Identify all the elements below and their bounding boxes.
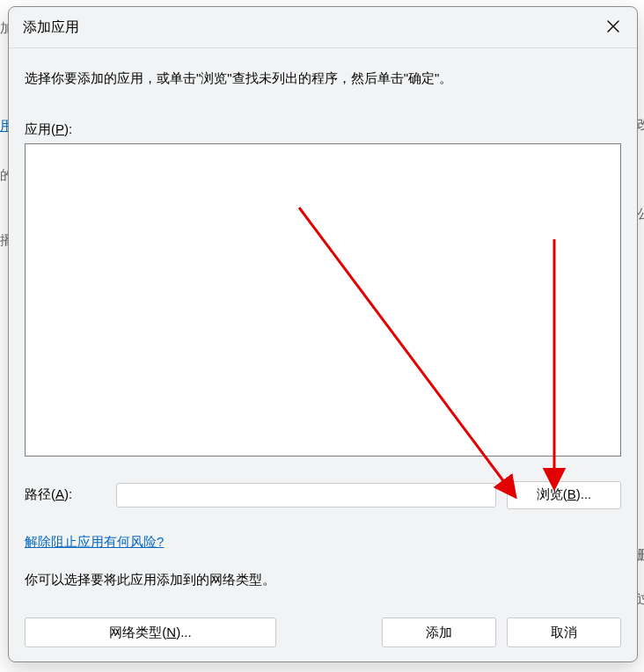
dialog-button-row: 网络类型(N)... 添加 取消 bbox=[25, 617, 621, 647]
bg-frag: 过 bbox=[637, 591, 644, 608]
network-type-text: 你可以选择要将此应用添加到的网络类型。 bbox=[25, 572, 621, 588]
add-app-dialog: 添加应用 选择你要添加的应用，或单击"浏览"查找未列出的程序，然后单击"确定"。… bbox=[8, 6, 638, 662]
spacer bbox=[287, 617, 371, 647]
close-button[interactable] bbox=[595, 13, 632, 41]
bg-frag: 公 bbox=[637, 206, 644, 223]
path-label: 路径(A): bbox=[25, 486, 106, 503]
network-type-button[interactable]: 网络类型(N)... bbox=[25, 617, 276, 647]
bg-frag: 改 bbox=[637, 116, 644, 133]
unblock-risk-link[interactable]: 解除阻止应用有何风险? bbox=[25, 534, 164, 551]
path-row: 路径(A): 浏览(B)... bbox=[25, 481, 621, 509]
dialog-titlebar: 添加应用 bbox=[9, 7, 637, 48]
add-button[interactable]: 添加 bbox=[382, 617, 496, 647]
bg-frag: 删 bbox=[637, 547, 644, 564]
app-listbox[interactable] bbox=[25, 143, 621, 457]
dialog-content: 选择你要添加的应用，或单击"浏览"查找未列出的程序，然后单击"确定"。 应用(P… bbox=[9, 48, 637, 588]
instruction-text: 选择你要添加的应用，或单击"浏览"查找未列出的程序，然后单击"确定"。 bbox=[25, 66, 621, 91]
browse-button[interactable]: 浏览(B)... bbox=[507, 481, 621, 509]
cancel-button[interactable]: 取消 bbox=[507, 617, 621, 647]
app-list-label: 应用(P): bbox=[25, 121, 621, 138]
dialog-title: 添加应用 bbox=[23, 18, 595, 37]
path-input[interactable] bbox=[116, 483, 496, 508]
close-icon bbox=[607, 20, 619, 35]
